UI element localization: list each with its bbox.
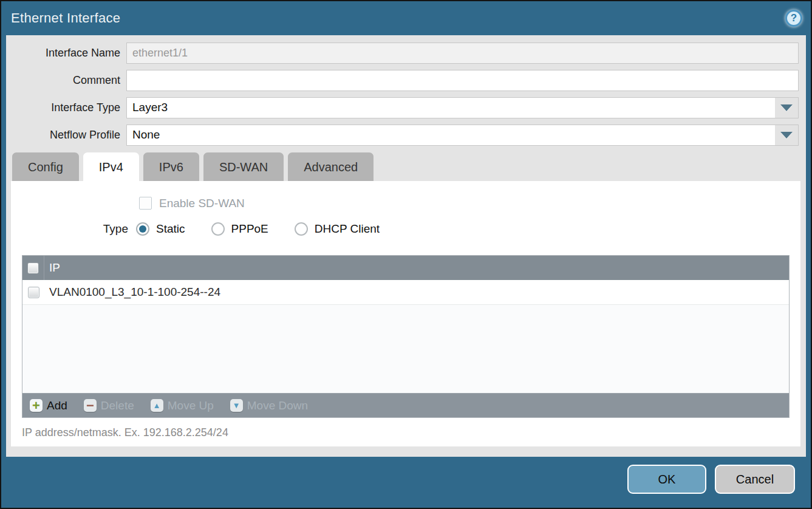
tab-advanced[interactable]: Advanced [288, 152, 374, 181]
tab-config[interactable]: Config [12, 152, 79, 181]
enable-sdwan-row: Enable SD-WAN [139, 181, 800, 210]
radio-pppoe-label[interactable]: PPPoE [231, 222, 268, 236]
type-radio-row: Type Static PPPoE DHCP Client [11, 222, 800, 236]
ethernet-interface-dialog: Ethernet Interface ? Interface Name Comm… [0, 0, 812, 509]
plus-icon: + [30, 399, 43, 412]
minus-icon: − [84, 399, 97, 412]
radio-static[interactable] [136, 222, 149, 236]
ip-table-header: IP [22, 256, 789, 280]
row-checkbox-cell [22, 287, 44, 298]
ip-table-toolbar: + Add − Delete ▲ Move Up ▼ Move Down [22, 393, 789, 417]
move-down-button-label: Move Down [247, 399, 308, 412]
comment-row: Comment [6, 70, 799, 91]
tab-ipv6[interactable]: IPv6 [143, 152, 199, 181]
interface-name-field [126, 43, 799, 64]
type-label: Type [11, 222, 136, 236]
arrow-up-glyph: ▲ [153, 401, 161, 410]
radio-pppoe[interactable] [211, 222, 225, 236]
minus-glyph: − [86, 401, 94, 411]
cancel-button[interactable]: Cancel [715, 465, 795, 494]
ipv4-tab-panel: Enable SD-WAN Type Static PPPoE DHCP Cli… [11, 181, 800, 446]
netflow-profile-row: Netflow Profile None [6, 125, 799, 146]
ip-table-body: VLAN0100_L3_10-1-100-254--24 [22, 280, 789, 393]
interface-name-row: Interface Name [6, 43, 799, 64]
enable-sdwan-checkbox[interactable] [139, 197, 152, 210]
add-button-label: Add [47, 399, 67, 412]
enable-sdwan-label: Enable SD-WAN [159, 197, 245, 210]
help-icon[interactable]: ? [785, 10, 802, 27]
dialog-body: Interface Name Comment Interface Type La… [6, 35, 806, 457]
page-title: Ethernet Interface [11, 10, 120, 26]
header-checkbox-cell [22, 256, 44, 280]
ip-table: IP VLAN0100_L3_10-1-100-254--24 + Add [22, 255, 790, 418]
dialog-titlebar: Ethernet Interface ? [1, 1, 811, 35]
interface-form: Interface Name Comment Interface Type La… [6, 35, 806, 146]
move-down-button[interactable]: ▼ Move Down [230, 399, 308, 412]
delete-button[interactable]: − Delete [84, 399, 134, 412]
netflow-profile-dropdown-button[interactable] [775, 125, 798, 145]
comment-label: Comment [6, 74, 126, 87]
table-row[interactable]: VLAN0100_L3_10-1-100-254--24 [22, 280, 789, 305]
arrow-down-glyph: ▼ [233, 401, 241, 410]
chevron-down-icon [780, 104, 793, 111]
netflow-profile-dropdown[interactable]: None [126, 125, 799, 146]
tab-ipv4[interactable]: IPv4 [83, 152, 139, 181]
arrow-up-icon: ▲ [151, 399, 163, 412]
ok-button[interactable]: OK [627, 465, 706, 494]
ip-format-hint: IP address/netmask. Ex. 192.168.2.254/24 [11, 418, 800, 439]
interface-type-label: Interface Type [6, 101, 126, 114]
delete-button-label: Delete [101, 399, 134, 412]
tab-strip: Config IPv4 IPv6 SD-WAN Advanced [12, 152, 806, 181]
netflow-profile-label: Netflow Profile [6, 129, 126, 142]
interface-type-dropdown[interactable]: Layer3 [126, 97, 799, 118]
ip-column-header: IP [44, 261, 60, 275]
row-ip-value: VLAN0100_L3_10-1-100-254--24 [44, 285, 220, 299]
comment-field[interactable] [126, 70, 799, 91]
dialog-footer: OK Cancel [1, 457, 811, 508]
netflow-profile-value: None [127, 125, 775, 145]
chevron-down-icon [780, 132, 793, 138]
move-up-button-label: Move Up [168, 399, 214, 412]
radio-dhcp-client-label[interactable]: DHCP Client [315, 222, 380, 236]
add-button[interactable]: + Add [30, 399, 67, 412]
radio-static-label[interactable]: Static [156, 222, 185, 236]
interface-type-dropdown-button[interactable] [775, 98, 798, 118]
move-up-button[interactable]: ▲ Move Up [151, 399, 214, 412]
interface-type-value: Layer3 [127, 98, 775, 118]
radio-dhcp-client[interactable] [295, 222, 308, 236]
interface-type-row: Interface Type Layer3 [6, 97, 799, 118]
tab-sdwan[interactable]: SD-WAN [203, 152, 284, 181]
row-checkbox[interactable] [28, 287, 39, 298]
interface-name-label: Interface Name [6, 47, 126, 60]
arrow-down-icon: ▼ [230, 399, 243, 412]
plus-glyph: + [32, 400, 40, 411]
select-all-checkbox[interactable] [27, 262, 39, 274]
